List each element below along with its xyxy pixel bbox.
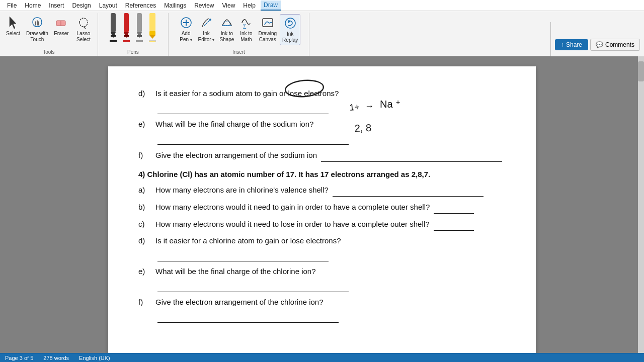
ink-math-label: Ink toMath bbox=[240, 31, 252, 43]
menu-bar: File Home Insert Design Layout Reference… bbox=[0, 0, 644, 11]
menu-help[interactable]: Help bbox=[240, 1, 259, 10]
q-d-answer-line bbox=[157, 100, 329, 114]
svg-rect-11 bbox=[137, 35, 142, 37]
question-4a: a) How many electrons are in chlorine's … bbox=[138, 183, 506, 197]
q-4c-text: How many electrons would it need to lose… bbox=[155, 217, 506, 231]
comments-label: Comments bbox=[605, 41, 634, 48]
q-e-answer-line bbox=[157, 131, 349, 145]
q-d-label: d) bbox=[138, 86, 152, 100]
svg-rect-5 bbox=[111, 35, 116, 37]
pen-black[interactable] bbox=[109, 12, 117, 42]
q-4d-label: d) bbox=[138, 234, 152, 247]
svg-rect-19 bbox=[224, 22, 230, 26]
share-button[interactable]: ↑ Share bbox=[555, 39, 588, 50]
ink-shape-button[interactable]: Ink toShape bbox=[217, 14, 236, 44]
eraser-label: Eraser bbox=[54, 31, 68, 37]
add-pen-icon bbox=[179, 16, 193, 30]
comments-button[interactable]: 💬 Comments bbox=[590, 39, 640, 51]
menu-home[interactable]: Home bbox=[22, 1, 44, 10]
ink-replay-icon bbox=[283, 16, 297, 30]
question-4c: c) How many electrons would it need to l… bbox=[138, 217, 506, 231]
svg-marker-0 bbox=[10, 17, 16, 29]
q-4e-text: What will be the final charge of the chl… bbox=[155, 264, 506, 292]
add-pen-label: AddPen ▾ bbox=[180, 31, 192, 43]
language-indicator: English (UK) bbox=[79, 355, 110, 361]
q-e-label: e) bbox=[138, 117, 152, 131]
q-4f-label: f) bbox=[138, 295, 152, 309]
q-f-text: Give the electron arrangement of the sod… bbox=[155, 148, 506, 162]
svg-rect-6 bbox=[124, 13, 129, 32]
menu-draw[interactable]: Draw bbox=[261, 1, 281, 11]
svg-rect-12 bbox=[149, 13, 155, 31]
scroll-bar[interactable] bbox=[638, 56, 644, 353]
menu-layout[interactable]: Layout bbox=[96, 1, 120, 10]
ribbon: Select Draw with Touch bbox=[0, 11, 644, 56]
q-4a-line bbox=[333, 183, 484, 197]
draw-touch-label: Draw with Touch bbox=[26, 31, 48, 43]
pens-group-label: Pens bbox=[98, 49, 168, 55]
q-4e-line bbox=[157, 278, 349, 292]
menu-file[interactable]: File bbox=[4, 1, 20, 10]
q-e-text: What will be the final charge of the sod… bbox=[155, 117, 506, 145]
document-page: 1+ → Na + 2, 8 d) Is it easier for a sod… bbox=[108, 66, 536, 353]
svg-text:∑: ∑ bbox=[243, 23, 247, 29]
status-bar: Page 3 of 5 278 words English (UK) bbox=[0, 353, 644, 362]
lasso-button[interactable]: Lasso Select bbox=[72, 14, 95, 44]
select-icon bbox=[6, 16, 20, 30]
pen-yellow[interactable] bbox=[148, 12, 156, 42]
ink-replay-button[interactable]: InkReplay bbox=[280, 14, 300, 45]
insert-group-label: Insert bbox=[169, 49, 309, 55]
word-count: 278 words bbox=[43, 355, 69, 361]
question-4e: e) What will be the final charge of the … bbox=[138, 264, 506, 292]
page-indicator: Page 3 of 5 bbox=[5, 355, 33, 361]
question-e: e) What will be the final charge of the … bbox=[138, 117, 506, 145]
menu-view[interactable]: View bbox=[219, 1, 238, 10]
svg-point-18 bbox=[209, 19, 211, 21]
share-icon: ↑ bbox=[561, 41, 564, 48]
pen-grey[interactable] bbox=[135, 12, 143, 42]
drawing-canvas-button[interactable]: DrawingCanvas bbox=[256, 14, 279, 44]
q-4b-text: How many electrons would it need to gain… bbox=[155, 200, 506, 214]
eraser-icon bbox=[54, 16, 68, 30]
scroll-thumb[interactable] bbox=[638, 61, 644, 81]
ink-editor-label: InkEditor ▾ bbox=[198, 31, 215, 43]
ink-math-button[interactable]: ∑ Ink toMath bbox=[237, 14, 255, 44]
q-f-label: f) bbox=[138, 148, 152, 162]
ribbon-group-tools: Select Draw with Touch bbox=[0, 13, 98, 56]
select-label: Select bbox=[6, 31, 20, 37]
ink-editor-icon bbox=[199, 16, 213, 30]
section-4-header: 4) Chlorine (Cl) has an atomic number of… bbox=[138, 170, 506, 178]
menu-mailings[interactable]: Mailings bbox=[161, 1, 189, 10]
menu-references[interactable]: References bbox=[122, 1, 159, 10]
ink-replay-label: InkReplay bbox=[282, 31, 298, 43]
eraser-button[interactable]: Eraser bbox=[51, 14, 71, 38]
svg-marker-14 bbox=[149, 35, 155, 39]
menu-design[interactable]: Design bbox=[69, 1, 94, 10]
q-4c-line bbox=[434, 217, 474, 231]
draw-touch-button[interactable]: Draw with Touch bbox=[24, 14, 50, 44]
menu-insert[interactable]: Insert bbox=[46, 1, 67, 10]
question-4d: d) Is it easier for a chlorine atom to g… bbox=[138, 234, 506, 261]
pen-red[interactable] bbox=[122, 12, 130, 42]
select-button[interactable]: Select bbox=[3, 14, 23, 38]
ink-editor-button[interactable]: InkEditor ▾ bbox=[196, 14, 217, 44]
draw-touch-icon bbox=[30, 16, 44, 30]
q-4d-line bbox=[157, 247, 329, 261]
q-4d-text: Is it easier for a chlorine atom to gain… bbox=[155, 234, 506, 261]
q-4c-label: c) bbox=[138, 217, 152, 231]
ink-math-icon: ∑ bbox=[239, 16, 253, 30]
add-pen-button[interactable]: AddPen ▾ bbox=[177, 14, 195, 44]
drawing-canvas-label: DrawingCanvas bbox=[258, 31, 277, 43]
menu-review[interactable]: Review bbox=[191, 1, 217, 10]
drawing-canvas-icon bbox=[261, 16, 275, 30]
question-4f: f) Give the electron arrangement of the … bbox=[138, 295, 506, 323]
q-d-text: Is it easier for a sodium atom to gain o… bbox=[155, 86, 506, 114]
question-4b: b) How many electrons would it need to g… bbox=[138, 200, 506, 214]
q-4f-text: Give the electron arrangement of the chl… bbox=[155, 295, 506, 323]
ink-shape-icon bbox=[220, 16, 234, 30]
q-4e-label: e) bbox=[138, 264, 152, 278]
svg-point-22 bbox=[285, 18, 295, 28]
section-4-text: 4) Chlorine (Cl) has an atomic number of… bbox=[138, 170, 430, 178]
lasso-icon bbox=[76, 16, 91, 30]
q-4b-line bbox=[434, 200, 474, 214]
